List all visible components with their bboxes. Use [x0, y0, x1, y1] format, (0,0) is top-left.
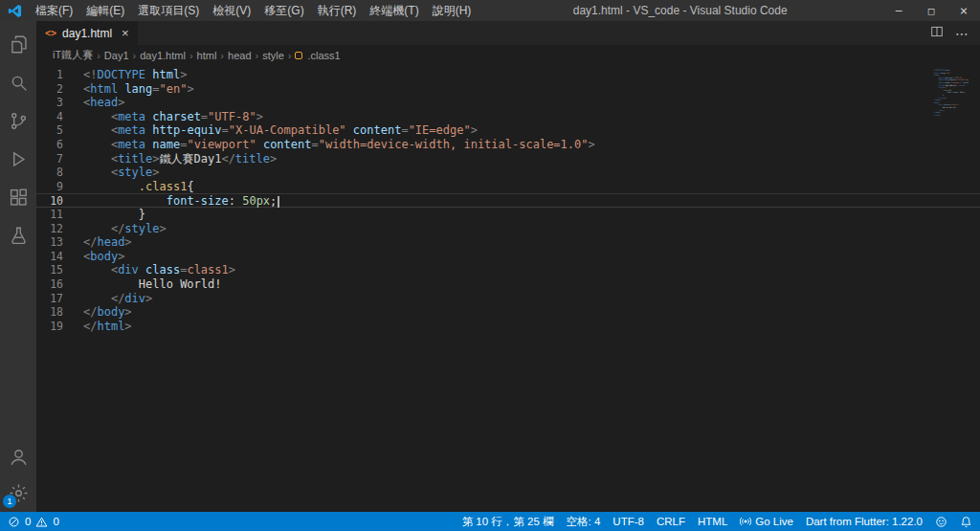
- line-number: 12: [36, 222, 63, 236]
- breadcrumb-item[interactable]: style: [260, 50, 286, 61]
- code-line[interactable]: 2<html lang="en">: [36, 82, 980, 97]
- code-line[interactable]: 6 <meta name="viewport" content="width=d…: [36, 138, 980, 152]
- line-number: 11: [36, 208, 63, 222]
- window-controls: ─ □ ×: [882, 0, 980, 21]
- split-editor-icon[interactable]: [930, 25, 944, 42]
- menu-file[interactable]: 檔案(F): [29, 3, 79, 19]
- code-line[interactable]: 17 </div>: [36, 292, 980, 306]
- status-indentation[interactable]: 空格: 4: [567, 515, 601, 529]
- line-number: 14: [36, 250, 63, 264]
- code-line[interactable]: 9 .class1{: [36, 180, 980, 194]
- line-number: 16: [36, 277, 63, 292]
- code-line[interactable]: 15 <div class=class1>: [36, 263, 980, 277]
- code-line[interactable]: 10 font-size: 50px;: [36, 193, 980, 208]
- code-line[interactable]: 3<head>: [36, 96, 980, 110]
- line-number: 5: [36, 123, 63, 138]
- menu-run[interactable]: 執行(R): [311, 3, 364, 19]
- code-line[interactable]: 8 <style>: [36, 166, 980, 180]
- code-line[interactable]: 19</html>: [36, 320, 980, 334]
- settings-gear-icon[interactable]: 1: [7, 481, 30, 504]
- menu-edit[interactable]: 編輯(E): [79, 3, 131, 19]
- main-area: 1 <> day1.html × ⋯ iT: [0, 21, 980, 512]
- status-eol[interactable]: CRLF: [657, 516, 685, 527]
- status-dart-version[interactable]: Dart from Flutter: 1.22.0: [806, 516, 923, 527]
- line-number: 15: [36, 263, 63, 277]
- breadcrumb-item[interactable]: iT鐵人賽: [51, 48, 95, 62]
- close-button[interactable]: ×: [947, 0, 980, 21]
- window-title: day1.html - VS_code - Visual Studio Code: [478, 4, 882, 17]
- editor[interactable]: 1<!DOCTYPE html>2<html lang="en">3<head>…: [36, 65, 980, 512]
- tab-day1-html[interactable]: <> day1.html ×: [36, 21, 138, 45]
- source-control-icon[interactable]: [7, 109, 30, 132]
- status-cursor-position[interactable]: 第 10 行，第 25 欄: [462, 515, 554, 529]
- activity-bar: 1: [0, 21, 36, 512]
- broadcast-icon: [740, 516, 751, 527]
- code-line[interactable]: 1<!DOCTYPE html>: [36, 68, 980, 82]
- status-encoding[interactable]: UTF-8: [612, 516, 644, 527]
- code-line: </html>: [913, 114, 969, 117]
- title-bar: 檔案(F) 編輯(E) 選取項目(S) 檢視(V) 移至(G) 執行(R) 終端…: [0, 0, 980, 21]
- account-icon[interactable]: [7, 445, 30, 468]
- code-line[interactable]: 4 <meta charset="UTF-8">: [36, 110, 980, 124]
- line-number: 17: [36, 292, 63, 306]
- feedback-icon[interactable]: [935, 516, 947, 528]
- tab-bar: <> day1.html × ⋯: [36, 21, 980, 45]
- extensions-icon[interactable]: [7, 186, 30, 209]
- error-circle-icon: [8, 516, 20, 528]
- line-number: 1: [36, 68, 63, 82]
- symbol-class-icon: [295, 52, 302, 59]
- menu-go[interactable]: 移至(G): [257, 3, 310, 19]
- code-line[interactable]: 16 Hello World!: [36, 277, 980, 292]
- vscode-logo-icon: [0, 4, 29, 18]
- breadcrumb-item[interactable]: day1.html: [138, 50, 188, 61]
- settings-badge: 1: [3, 495, 16, 508]
- line-number: 3: [36, 96, 63, 110]
- code-line[interactable]: 12 </style>: [36, 222, 980, 236]
- editor-actions: ⋯: [930, 21, 980, 45]
- status-bar-right: 第 10 行，第 25 欄 空格: 4 UTF-8 CRLF HTML Go L…: [462, 515, 972, 529]
- chevron-right-icon: ›: [218, 50, 226, 61]
- activity-bar-bottom: 1: [7, 445, 30, 512]
- breadcrumb-item[interactable]: html: [195, 50, 219, 61]
- minimap[interactable]: <!DOCTYPE html><html lang="en"><head> <m…: [913, 69, 969, 116]
- menu-terminal[interactable]: 終端機(T): [363, 3, 425, 19]
- problems-indicator[interactable]: 0 0: [8, 516, 59, 528]
- minimize-button[interactable]: ─: [882, 0, 915, 21]
- line-number: 8: [36, 166, 63, 180]
- testing-flask-icon[interactable]: [7, 224, 30, 247]
- html-file-icon: <>: [45, 28, 56, 38]
- code-line[interactable]: 18</body>: [36, 305, 980, 320]
- go-live-button[interactable]: Go Live: [740, 516, 793, 527]
- tab-close-icon[interactable]: ×: [122, 26, 129, 40]
- line-number: 10: [36, 194, 63, 207]
- run-and-debug-icon[interactable]: [7, 147, 30, 170]
- breadcrumb-item[interactable]: head: [226, 50, 253, 61]
- status-language-mode[interactable]: HTML: [698, 516, 727, 527]
- search-icon[interactable]: [7, 71, 30, 94]
- breadcrumb: iT鐵人賽›Day1›day1.html›html›head›style›.cl…: [36, 45, 980, 65]
- notifications-bell-icon[interactable]: [960, 516, 972, 528]
- menu-selection[interactable]: 選取項目(S): [131, 3, 206, 19]
- warning-count: 0: [53, 516, 58, 527]
- chevron-right-icon: ›: [286, 50, 294, 61]
- warning-triangle-icon: [35, 516, 48, 528]
- code-line[interactable]: 14<body>: [36, 250, 980, 264]
- text-cursor: [278, 196, 279, 208]
- maximize-button[interactable]: □: [915, 0, 947, 21]
- menu-help[interactable]: 說明(H): [426, 3, 479, 19]
- line-number: 19: [36, 320, 63, 334]
- tab-label: day1.html: [62, 27, 112, 40]
- breadcrumb-item[interactable]: Day1: [102, 50, 131, 61]
- chevron-right-icon: ›: [131, 50, 139, 61]
- line-number: 9: [36, 180, 63, 194]
- breadcrumb-item[interactable]: .class1: [305, 50, 342, 61]
- error-count: 0: [25, 516, 31, 527]
- code-line[interactable]: 11 }: [36, 208, 980, 222]
- code-line[interactable]: 5 <meta http-equiv="X-UA-Compatible" con…: [36, 123, 980, 138]
- code-line[interactable]: 7 <title>鐵人賽Day1</title>: [36, 152, 980, 166]
- menu-bar: 檔案(F) 編輯(E) 選取項目(S) 檢視(V) 移至(G) 執行(R) 終端…: [29, 3, 478, 19]
- more-actions-icon[interactable]: ⋯: [955, 26, 969, 41]
- menu-view[interactable]: 檢視(V): [206, 3, 257, 19]
- code-line[interactable]: 13</head>: [36, 235, 980, 250]
- explorer-icon[interactable]: [7, 33, 30, 55]
